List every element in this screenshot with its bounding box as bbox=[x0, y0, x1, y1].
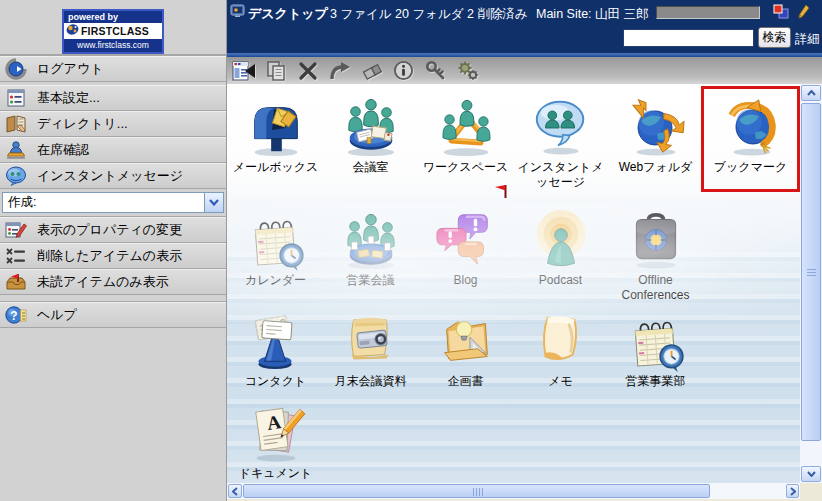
blog-bubbles-icon bbox=[418, 203, 513, 271]
sidebar-item-label: ログアウト bbox=[37, 60, 104, 78]
forward-arrow-icon[interactable] bbox=[326, 58, 353, 83]
scroll-down-button[interactable] bbox=[801, 466, 821, 482]
desktop-item-sales-division[interactable]: 営業事業部 bbox=[608, 302, 703, 389]
desktop-item-instant-message[interactable]: インスタントメッセージ bbox=[513, 88, 608, 190]
sidebar-menu: ログアウト 基本設定... ディレクトリ... 在席確認 bbox=[0, 56, 226, 328]
desktop-item-podcast[interactable]: Podcast bbox=[513, 201, 608, 303]
desktop-item-label: 月末会議資料 bbox=[323, 374, 418, 389]
sidebar-item-show-unread[interactable]: 未読アイテムのみ表示 bbox=[0, 269, 226, 295]
desktop-item-bookmark[interactable]: ブックマーク bbox=[703, 88, 798, 190]
directory-icon bbox=[4, 113, 28, 135]
eraser-icon[interactable] bbox=[358, 58, 385, 83]
desktop-item-calendar[interactable]: カレンダー bbox=[228, 201, 323, 303]
search-input[interactable] bbox=[623, 29, 754, 47]
toolbar bbox=[227, 57, 822, 84]
desktop-item-label: ブックマーク bbox=[703, 160, 798, 175]
sidebar-item-logout[interactable]: ログアウト bbox=[0, 56, 226, 82]
desktop-row: メールボックス 会議室 ワークスペース インスタントメッセージ bbox=[228, 88, 798, 190]
desktop-item-sales-meeting[interactable]: 営業会議 bbox=[323, 201, 418, 303]
sidebar-top: powered by FIRSTCLASS www.firstclass.com bbox=[0, 0, 226, 56]
offline-conferences-briefcase-icon bbox=[608, 203, 703, 271]
memo-note-icon bbox=[513, 304, 608, 372]
desktop-item-label: メモ bbox=[513, 374, 608, 389]
view-pane-icon[interactable] bbox=[230, 58, 257, 83]
edit-pencil-icon[interactable] bbox=[797, 4, 810, 23]
vertical-scrollbar-thumb[interactable] bbox=[801, 103, 821, 441]
advanced-search-link[interactable]: 詳細 bbox=[795, 31, 820, 48]
status-gauge bbox=[656, 6, 760, 19]
desktop-item-memo[interactable]: メモ bbox=[513, 302, 608, 389]
desktop-item-label: 営業事業部 bbox=[608, 374, 703, 389]
desktop-item-contacts[interactable]: コンタクト bbox=[228, 302, 323, 389]
documents-icon: A bbox=[228, 396, 323, 464]
desktop-item-label: Blog bbox=[418, 273, 513, 288]
copy-icon[interactable] bbox=[262, 58, 289, 83]
sidebar-item-help[interactable]: ? ヘルプ bbox=[0, 302, 226, 328]
desktop-item-label: ドキュメント bbox=[228, 466, 323, 481]
settings-gears-icon[interactable] bbox=[454, 58, 481, 83]
create-row: 作成: bbox=[0, 189, 226, 217]
sidebar-item-show-deleted[interactable]: 削除したアイテムの表示 bbox=[0, 243, 226, 269]
scroll-left-button[interactable] bbox=[228, 484, 242, 498]
sidebar-item-view-properties[interactable]: 表示のプロパティの変更 bbox=[0, 217, 226, 243]
brand-url: www.firstclass.com bbox=[64, 39, 162, 52]
chevron-down-icon[interactable] bbox=[204, 193, 223, 212]
desktop-item-meeting-docs[interactable]: 月末会議資料 bbox=[323, 302, 418, 389]
podcast-icon bbox=[513, 203, 608, 271]
desktop-item-label: Offline Conferences bbox=[608, 273, 703, 303]
horizontal-scrollbar[interactable] bbox=[227, 483, 800, 499]
desktop-item-workspace[interactable]: ワークスペース bbox=[418, 88, 513, 190]
menu-group-gap bbox=[0, 295, 226, 302]
unread-flag-tray-icon bbox=[4, 271, 28, 293]
layout-squares-icon[interactable] bbox=[773, 4, 789, 23]
desktop-item-offline-conferences[interactable]: Offline Conferences bbox=[608, 201, 703, 303]
bookmark-globe-icon bbox=[703, 90, 798, 158]
desktop-item-mailbox[interactable]: メールボックス bbox=[228, 88, 323, 190]
desktop-item-label: 企画書 bbox=[418, 374, 513, 389]
desktop-item-label: Webフォルダ bbox=[608, 160, 703, 175]
brand-name: FIRSTCLASS bbox=[81, 25, 149, 37]
firstclass-client-window: powered by FIRSTCLASS www.firstclass.com… bbox=[0, 0, 822, 501]
desktop-item-blog[interactable]: Blog bbox=[418, 201, 513, 303]
horizontal-scrollbar-thumb[interactable] bbox=[243, 484, 710, 498]
scroll-up-button[interactable] bbox=[801, 85, 821, 101]
sidebar: powered by FIRSTCLASS www.firstclass.com… bbox=[0, 0, 227, 501]
contacts-rolodex-icon bbox=[228, 304, 323, 372]
sidebar-item-instant-message[interactable]: インスタントメッセージ bbox=[0, 163, 226, 189]
sidebar-item-directory[interactable]: ディレクトリ... bbox=[0, 111, 226, 137]
instant-message-bubble-icon bbox=[513, 90, 608, 158]
vertical-scrollbar[interactable] bbox=[800, 84, 822, 483]
firstclass-logo[interactable]: powered by FIRSTCLASS www.firstclass.com bbox=[62, 9, 164, 54]
logout-icon bbox=[4, 58, 28, 80]
permissions-key-icon[interactable] bbox=[422, 58, 449, 83]
search-button[interactable]: 検索 bbox=[758, 27, 791, 48]
desktop-row: コンタクト 月末会議資料 企画書 メモ bbox=[228, 302, 703, 389]
sidebar-item-settings[interactable]: 基本設定... bbox=[0, 85, 226, 111]
desktop-item-web-folder[interactable]: Webフォルダ bbox=[608, 88, 703, 190]
delete-x-icon[interactable] bbox=[294, 58, 321, 83]
workspace-icon bbox=[418, 90, 513, 158]
create-dropdown-value: 作成: bbox=[8, 194, 36, 211]
desktop-item-label: インスタントメッセージ bbox=[513, 160, 608, 190]
desktop-item-documents[interactable]: A ドキュメント bbox=[228, 394, 323, 481]
projector-folder-icon bbox=[323, 304, 418, 372]
conference-room-icon bbox=[323, 90, 418, 158]
calendar-clock-icon bbox=[228, 203, 323, 271]
desktop-item-proposal[interactable]: 企画書 bbox=[418, 302, 513, 389]
desktop-item-label: メールボックス bbox=[228, 160, 323, 175]
desktop-mini-icon bbox=[230, 4, 245, 22]
scroll-right-button[interactable] bbox=[786, 484, 799, 498]
create-dropdown[interactable]: 作成: bbox=[2, 192, 224, 213]
desktop-item-label: 営業会議 bbox=[323, 273, 418, 288]
sidebar-item-presence[interactable]: 在席確認 bbox=[0, 137, 226, 163]
instant-message-icon bbox=[4, 165, 28, 187]
info-icon[interactable] bbox=[390, 58, 417, 83]
presence-icon bbox=[4, 139, 28, 161]
desktop-row: カレンダー 営業会議 Blog Podcast bbox=[228, 201, 703, 303]
page-title: デスクトップ bbox=[248, 5, 328, 23]
firstclass-ball-icon bbox=[66, 22, 79, 40]
resize-corner bbox=[800, 483, 822, 501]
preferences-icon bbox=[4, 87, 28, 109]
desktop-item-conference-room[interactable]: 会議室 bbox=[323, 88, 418, 190]
svg-text:A: A bbox=[265, 411, 282, 434]
